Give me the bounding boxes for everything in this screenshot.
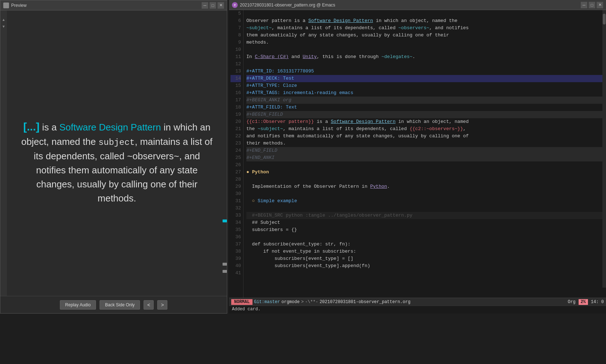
line-11: In C-Sharp (C#) and Unity, this is done … bbox=[246, 53, 603, 61]
emacs-titlebar-btns: ─ □ ✕ bbox=[581, 2, 603, 8]
line-21: the ~subject~, maintains a list of its d… bbox=[246, 125, 603, 133]
preview-titlebar: Preview ─ □ ✕ bbox=[0, 0, 227, 10]
line-39: subscribers[event_type] = [] bbox=[246, 255, 603, 262]
line-29: Implementation of the Observer Pattern i… bbox=[246, 183, 603, 190]
status-flags: -\**- bbox=[305, 299, 318, 305]
line-5 bbox=[246, 10, 603, 17]
line-13: #+ATTR_ID: 1631317778095 bbox=[246, 68, 603, 75]
line-19: #+BEGIN_FIELD bbox=[246, 111, 603, 118]
subject-mono: subject bbox=[98, 138, 135, 147]
line-26 bbox=[246, 161, 603, 169]
scrollbar[interactable] bbox=[602, 10, 606, 288]
edge-marker-1 bbox=[223, 219, 227, 222]
line-17: #+BEGIN_ANKI org bbox=[246, 97, 603, 104]
preview-title: Preview bbox=[11, 3, 27, 8]
line-6: Observer pattern is a Software Design Pa… bbox=[246, 17, 603, 25]
line-14: #+ATTR_DECK: Test bbox=[246, 75, 603, 82]
emacs-window: e 20210728031801-observer_pattern.org @ … bbox=[229, 0, 606, 314]
emacs-titlebar: e 20210728031801-observer_pattern.org @ … bbox=[229, 0, 606, 10]
emacs-statusbar: NORMAL Git:master orgmode > -\**- 202107… bbox=[229, 298, 606, 306]
sidebar-arrow-down[interactable]: ▼ bbox=[2, 25, 5, 28]
mode-indicator: NORMAL bbox=[231, 299, 252, 305]
line-numbers: 5 6 7 8 9 10 11 12 13 14 15 16 17 18 19 … bbox=[229, 10, 243, 298]
code-editor[interactable]: 5 6 7 8 9 10 11 12 13 14 15 16 17 18 19 … bbox=[229, 10, 606, 298]
emacs-title: 20210728031801-observer_pattern.org @ Em… bbox=[240, 3, 335, 8]
line-16: #+ATTR_TAGS: incremental-reading emacs bbox=[246, 89, 603, 97]
line-28 bbox=[246, 176, 603, 183]
line-38: if not event_type in subscribers: bbox=[246, 248, 603, 255]
preview-titlebar-left: Preview bbox=[3, 3, 27, 8]
scrollbar-thumb bbox=[603, 14, 606, 25]
back-side-only-button[interactable]: Back Side Only bbox=[100, 300, 140, 310]
next-card-button[interactable]: > bbox=[157, 300, 167, 310]
status-percent: 2% bbox=[579, 299, 588, 305]
maximize-button[interactable]: □ bbox=[210, 2, 216, 9]
preview-window: Preview ─ □ ✕ ▲ ▼ [...] is a Software De… bbox=[0, 0, 227, 314]
line-30 bbox=[246, 190, 603, 197]
replay-audio-button[interactable]: Replay Audio bbox=[60, 300, 96, 310]
line-24: #+END_FIELD bbox=[246, 147, 603, 154]
org-mode-indicator: orgmode bbox=[281, 299, 299, 305]
git-status: Git:master bbox=[254, 299, 280, 305]
line-36 bbox=[246, 234, 603, 241]
emacs-maximize-button[interactable]: □ bbox=[589, 2, 595, 8]
preview-content: ▲ ▼ [...] is a Software Design Pattern i… bbox=[0, 10, 227, 313]
edge-marker-3 bbox=[223, 270, 227, 273]
status-filename: 20210728031801-observer_pattern.org bbox=[320, 299, 568, 305]
emacs-titlebar-left: e 20210728031801-observer_pattern.org @ … bbox=[232, 2, 335, 8]
line-41 bbox=[246, 270, 603, 277]
line-23: their methods. bbox=[246, 140, 603, 147]
sidebar-arrow-up[interactable]: ▲ bbox=[2, 18, 5, 22]
line-15: #+ATTR_TYPE: Cloze bbox=[246, 82, 603, 89]
line-18: #+ATTR_FIELD: Text bbox=[246, 104, 603, 111]
line-9: methods. bbox=[246, 39, 603, 46]
emacs-minibuffer: Added card. bbox=[229, 306, 606, 314]
observers-tilde: ~observers~ bbox=[127, 151, 179, 161]
preview-main: [...] is a Software Design Pattern in wh… bbox=[7, 10, 227, 313]
line-12 bbox=[246, 61, 603, 68]
line-22: and notifies them automatically of any s… bbox=[246, 133, 603, 140]
emacs-close-button[interactable]: ✕ bbox=[597, 2, 603, 8]
status-mode-label: Org bbox=[568, 299, 576, 305]
preview-bottom-bar: Replay Audio Back Side Only < > bbox=[0, 296, 227, 313]
close-button[interactable]: ✕ bbox=[218, 2, 224, 9]
status-separator: > bbox=[301, 299, 304, 305]
line-8: them automatically of any state changes,… bbox=[246, 32, 603, 39]
code-lines: Observer pattern is a Software Design Pa… bbox=[243, 10, 606, 298]
cloze-bracket: [...] bbox=[23, 121, 39, 133]
line-31: ○ Simple example bbox=[246, 197, 603, 205]
line-7: ~subject~, maintains a list of its depen… bbox=[246, 25, 603, 32]
status-position: 14: 0 bbox=[591, 299, 604, 305]
line-37: def subscribe(event_type: str, fn): bbox=[246, 241, 603, 248]
prev-card-button[interactable]: < bbox=[144, 300, 154, 310]
minimize-button[interactable]: ─ bbox=[202, 2, 208, 9]
line-20: {{c1::Observer pattern}} is a Software D… bbox=[246, 118, 603, 125]
status-right: Org 2% 14: 0 bbox=[568, 299, 604, 305]
line-34: ## Subject bbox=[246, 219, 603, 226]
software-design-pattern-link: Software Design Pattern bbox=[59, 122, 161, 133]
edge-marker-2 bbox=[223, 263, 227, 266]
card-text: [...] is a Software Design Pattern in wh… bbox=[19, 119, 214, 205]
emacs-content: 5 6 7 8 9 10 11 12 13 14 15 16 17 18 19 … bbox=[229, 10, 606, 298]
emacs-minimize-button[interactable]: ─ bbox=[581, 2, 587, 8]
line-27: ● Python bbox=[246, 169, 603, 176]
line-10 bbox=[246, 46, 603, 53]
preview-sidebar: ▲ ▼ bbox=[0, 10, 7, 313]
line-40: subscribers[event_type].append(fn) bbox=[246, 262, 603, 270]
emacs-app-icon: e bbox=[232, 2, 238, 8]
line-35: subscribers = {} bbox=[246, 226, 603, 234]
preview-app-icon bbox=[3, 3, 9, 8]
line-25: #+END_ANKI bbox=[246, 154, 603, 161]
preview-titlebar-btns: ─ □ ✕ bbox=[202, 2, 224, 9]
line-32 bbox=[246, 205, 603, 212]
line-33: #+BEGIN_SRC python :tangle ../tangles/ob… bbox=[246, 212, 603, 219]
